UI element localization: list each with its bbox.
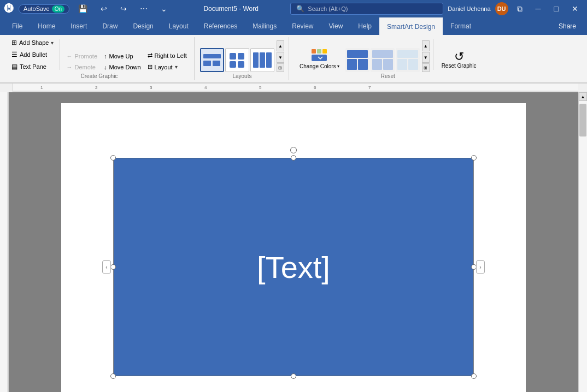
- handle-top-right[interactable]: [471, 155, 477, 161]
- rtl-label: Right to Left: [155, 52, 187, 59]
- autosave-state: On: [52, 5, 64, 13]
- avatar-initials: DU: [497, 5, 506, 12]
- ribbon-display-button[interactable]: ⧉: [513, 3, 527, 15]
- title-bar-center: Document5 - Word: [172, 5, 290, 13]
- demote-button[interactable]: → Demote: [63, 62, 100, 72]
- layouts-scroll-down[interactable]: ▼: [277, 52, 284, 63]
- styles-scroll-down[interactable]: ▼: [422, 52, 430, 63]
- layout-button[interactable]: ⊞ Layout ▾: [145, 62, 190, 72]
- layouts-scroll-more[interactable]: ⊞: [277, 63, 284, 72]
- tab-home[interactable]: Home: [30, 17, 63, 35]
- tab-format[interactable]: Format: [443, 17, 479, 35]
- tab-help[interactable]: Help: [350, 17, 379, 35]
- style-1-preview: [347, 50, 368, 70]
- tab-review[interactable]: Review: [284, 17, 321, 35]
- handle-top-middle[interactable]: [291, 155, 296, 161]
- ruler-vertical: [0, 92, 9, 392]
- promote-label: Promote: [74, 53, 97, 60]
- change-colors-label: Change Colors: [300, 63, 336, 69]
- tab-file[interactable]: File: [4, 17, 30, 35]
- scroll-up-button[interactable]: ▲: [579, 92, 587, 101]
- style-item-2[interactable]: [371, 48, 395, 72]
- scrollbar-vertical: ▲ ▼: [578, 92, 587, 392]
- tab-insert[interactable]: Insert: [63, 17, 95, 35]
- smartart-styles-label: Reset: [381, 73, 395, 79]
- handle-bottom-left[interactable]: [110, 373, 116, 379]
- tab-references[interactable]: References: [196, 17, 245, 35]
- share-button[interactable]: Share: [552, 17, 583, 35]
- style-item-3[interactable]: [396, 48, 420, 72]
- handle-middle-left[interactable]: [110, 264, 116, 270]
- demote-icon: →: [66, 64, 72, 70]
- layout-item-3[interactable]: [250, 48, 274, 72]
- expand-handle-right[interactable]: ›: [476, 260, 485, 274]
- promote-button[interactable]: ← Promote: [63, 51, 100, 61]
- search-placeholder: Search (Alt+Q): [308, 5, 348, 12]
- tab-smartart-design[interactable]: SmartArt Design: [379, 17, 443, 35]
- rtl-area: ⇄ Right to Left ⊞ Layout ▾: [145, 50, 190, 72]
- main-area: [Text] ‹ › ▲ ▼: [0, 92, 587, 392]
- save-button[interactable]: 💾: [74, 3, 92, 14]
- styles-scroll-up[interactable]: ▲: [422, 40, 430, 51]
- svg-text:4: 4: [204, 85, 207, 90]
- divider-1: [60, 39, 60, 70]
- autosave-toggle[interactable]: AutoSave On: [19, 4, 69, 14]
- tab-view[interactable]: View: [321, 17, 351, 35]
- redo-button[interactable]: ↪: [116, 3, 131, 14]
- avatar[interactable]: DU: [495, 2, 508, 15]
- right-to-left-button[interactable]: ⇄ Right to Left: [145, 50, 190, 61]
- add-bullet-button[interactable]: ☰ Add Bullet: [9, 49, 56, 60]
- smartart-container[interactable]: [Text] ‹ ›: [113, 158, 474, 376]
- add-shape-dropdown-icon: ▾: [51, 40, 54, 46]
- search-bar[interactable]: 🔍 Search (Alt+Q): [290, 3, 443, 15]
- rotate-handle[interactable]: [290, 147, 297, 153]
- close-button[interactable]: ✕: [567, 3, 583, 14]
- maximize-button[interactable]: □: [550, 3, 563, 14]
- text-pane-label: Text Pane: [20, 63, 46, 70]
- title-bar: 🅦 AutoSave On 💾 ↩ ↪ ⋯ ⌄ Document5 - Word…: [0, 0, 587, 17]
- minimize-button[interactable]: ─: [531, 3, 545, 14]
- add-bullet-label: Add Bullet: [20, 51, 47, 58]
- handle-top-left[interactable]: [110, 155, 116, 161]
- svg-text:5: 5: [259, 85, 262, 90]
- handle-bottom-middle[interactable]: [291, 373, 296, 379]
- layout-icon: ⊞: [148, 63, 152, 70]
- layout-item-1[interactable]: [200, 48, 224, 72]
- move-down-button[interactable]: ↓ Move Down: [101, 62, 144, 72]
- styles-scroll-more[interactable]: ⊞: [422, 63, 430, 72]
- promote-area: ← Promote → Demote: [63, 51, 100, 72]
- move-up-button[interactable]: ↑ Move Up: [101, 51, 144, 61]
- palette-icon: [310, 48, 328, 63]
- add-shape-button[interactable]: ⊞ Add Shape ▾: [9, 37, 56, 48]
- smartart-box[interactable]: [Text]: [113, 158, 474, 376]
- expand-handle-left[interactable]: ‹: [102, 260, 111, 274]
- change-colors-label-row: Change Colors ▾: [300, 63, 339, 69]
- layout-label: Layout: [155, 64, 173, 70]
- ruler-v-ticks: [0, 92, 9, 392]
- divider-2: [433, 39, 433, 70]
- layouts-content: ▲ ▼ ⊞: [200, 37, 284, 72]
- add-shape-area: ⊞ Add Shape ▾ ☰ Add Bullet ▤ Text Pane: [9, 37, 56, 72]
- document-area: [Text] ‹ ›: [9, 92, 578, 392]
- tab-draw[interactable]: Draw: [95, 17, 125, 35]
- svg-text:6: 6: [314, 85, 316, 90]
- handle-bottom-right[interactable]: [471, 373, 477, 379]
- reset-graphic-label: Reset Graphic: [442, 63, 477, 69]
- add-shape-icon: ⊞: [11, 39, 17, 46]
- change-colors-button[interactable]: Change Colors ▾: [295, 45, 344, 72]
- scroll-thumb[interactable]: [579, 104, 586, 136]
- scroll-track[interactable]: [579, 101, 587, 392]
- customize-button[interactable]: ⌄: [156, 3, 172, 14]
- undo-button[interactable]: ↩: [96, 3, 111, 14]
- layouts-scroll-up[interactable]: ▲: [277, 40, 284, 51]
- ruler-horizontal: 1 2 3 4 5 6 7: [13, 84, 578, 92]
- reset-graphic-button[interactable]: ↺ Reset Graphic: [437, 48, 482, 72]
- tab-layout[interactable]: Layout: [161, 17, 196, 35]
- ruler-corner: [0, 84, 13, 92]
- more-commands-button[interactable]: ⋯: [136, 3, 152, 14]
- layout-item-2[interactable]: [225, 48, 249, 72]
- style-item-1[interactable]: [345, 48, 369, 72]
- tab-design[interactable]: Design: [125, 17, 161, 35]
- tab-mailings[interactable]: Mailings: [245, 17, 284, 35]
- text-pane-button[interactable]: ▤ Text Pane: [9, 61, 56, 72]
